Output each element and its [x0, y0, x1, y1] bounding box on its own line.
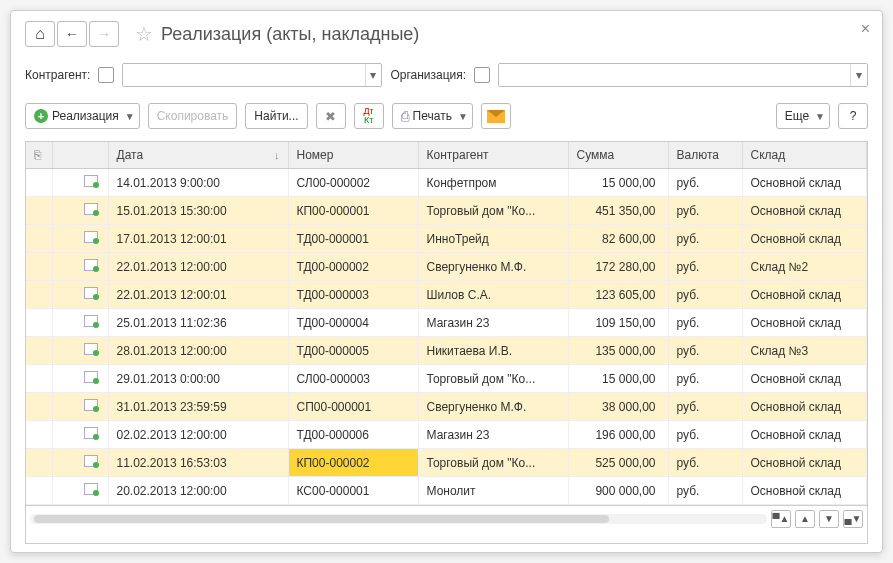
col-status[interactable] [52, 142, 108, 169]
cell-date: 29.01.2013 0:00:00 [108, 365, 288, 393]
cell-status [52, 309, 108, 337]
plus-icon: + [34, 109, 48, 123]
find-button[interactable]: Найти... [245, 103, 307, 129]
scroll-top-button[interactable]: ▀▲ [771, 510, 791, 528]
cell-number: ТД00-000005 [288, 337, 418, 365]
star-icon[interactable]: ☆ [135, 22, 153, 46]
horizontal-scrollbar[interactable] [30, 514, 767, 524]
contractor-input[interactable] [123, 64, 364, 86]
cell-contractor: Магазин 23 [418, 421, 568, 449]
cell-contractor: Магазин 23 [418, 309, 568, 337]
cell-warehouse: Основной склад [742, 281, 867, 309]
cell-number: КП00-000001 [288, 197, 418, 225]
cell-contractor: Шилов С.А. [418, 281, 568, 309]
table-row[interactable]: 20.02.2013 12:00:00 КС00-000001 Монолит … [26, 477, 867, 505]
cell-attach [26, 225, 52, 253]
table-row[interactable]: 02.02.2013 12:00:00 ТД00-000006 Магазин … [26, 421, 867, 449]
cell-date: 22.01.2013 12:00:01 [108, 281, 288, 309]
scrollbar-thumb[interactable] [34, 515, 609, 523]
cell-warehouse: Основной склад [742, 197, 867, 225]
cell-sum: 172 280,00 [568, 253, 668, 281]
mail-button[interactable] [481, 103, 511, 129]
home-button[interactable]: ⌂ [25, 21, 55, 47]
table-row[interactable]: 22.01.2013 12:00:00 ТД00-000002 Свергуне… [26, 253, 867, 281]
table-row[interactable]: 14.01.2013 9:00:00 СЛ00-000002 Конфетпро… [26, 169, 867, 197]
cell-sum: 15 000,00 [568, 365, 668, 393]
doc-icon [84, 399, 98, 411]
table-row[interactable]: 17.01.2013 12:00:01 ТД00-000001 ИнноТрей… [26, 225, 867, 253]
col-currency[interactable]: Валюта [668, 142, 742, 169]
col-sum[interactable]: Сумма [568, 142, 668, 169]
doc-icon [84, 259, 98, 271]
nav-buttons: ⌂ ← → [25, 21, 119, 47]
more-button[interactable]: Еще ▼ [776, 103, 830, 129]
close-icon[interactable]: × [861, 20, 870, 38]
col-number[interactable]: Номер [288, 142, 418, 169]
cell-status [52, 169, 108, 197]
org-checkbox[interactable] [474, 67, 490, 83]
cell-contractor: ИнноТрейд [418, 225, 568, 253]
cell-sum: 123 605,00 [568, 281, 668, 309]
cell-date: 22.01.2013 12:00:00 [108, 253, 288, 281]
cell-contractor: Свергуненко М.Ф. [418, 393, 568, 421]
scroll-up-button[interactable]: ▲ [795, 510, 815, 528]
cell-number: ТД00-000003 [288, 281, 418, 309]
cell-status [52, 449, 108, 477]
org-combo[interactable]: ▾ [498, 63, 868, 87]
contractor-checkbox[interactable] [98, 67, 114, 83]
table-row[interactable]: 28.01.2013 12:00:00 ТД00-000005 Никитаев… [26, 337, 867, 365]
cell-contractor: Свергуненко М.Ф. [418, 253, 568, 281]
scroll-bottom-button[interactable]: ▄▼ [843, 510, 863, 528]
doc-icon [84, 427, 98, 439]
paperclip-icon: ⎘ [34, 148, 41, 162]
cell-currency: руб. [668, 421, 742, 449]
table-row[interactable]: 29.01.2013 0:00:00 СЛ00-000003 Торговый … [26, 365, 867, 393]
back-button[interactable]: ← [57, 21, 87, 47]
col-warehouse[interactable]: Склад [742, 142, 867, 169]
cell-currency: руб. [668, 169, 742, 197]
help-label: ? [850, 109, 857, 123]
envelope-icon [487, 110, 505, 123]
cell-currency: руб. [668, 197, 742, 225]
table-row[interactable]: 31.01.2013 23:59:59 СП00-000001 Свергуне… [26, 393, 867, 421]
cell-warehouse: Основной склад [742, 393, 867, 421]
chevron-down-icon: ▼ [458, 111, 468, 122]
cell-warehouse: Основной склад [742, 421, 867, 449]
dtkt-button[interactable]: ДтКт [354, 103, 384, 129]
table-row[interactable]: 25.01.2013 11:02:36 ТД00-000004 Магазин … [26, 309, 867, 337]
table-row[interactable]: 11.02.2013 16:53:03 КП00-000002 Торговый… [26, 449, 867, 477]
chevron-down-icon: ▼ [815, 111, 825, 122]
print-button[interactable]: ⎙ Печать ▼ [392, 103, 473, 129]
cell-number: ТД00-000001 [288, 225, 418, 253]
table-row[interactable]: 22.01.2013 12:00:01 ТД00-000003 Шилов С.… [26, 281, 867, 309]
doc-icon [84, 315, 98, 327]
cell-currency: руб. [668, 449, 742, 477]
find-label: Найти... [254, 109, 298, 123]
cell-contractor: Никитаева И.В. [418, 337, 568, 365]
org-input[interactable] [499, 64, 850, 86]
copy-button[interactable]: Скопировать [148, 103, 238, 129]
cell-attach [26, 477, 52, 505]
scroll-down-button[interactable]: ▼ [819, 510, 839, 528]
page-title: Реализация (акты, накладные) [161, 24, 419, 45]
contractor-combo[interactable]: ▾ [122, 63, 382, 87]
org-label: Организация: [390, 68, 466, 82]
col-attach[interactable]: ⎘ [26, 142, 52, 169]
forward-button[interactable]: → [89, 21, 119, 47]
cell-number: СЛ00-000002 [288, 169, 418, 197]
chevron-down-icon[interactable]: ▾ [365, 64, 382, 86]
chevron-down-icon[interactable]: ▾ [850, 64, 867, 86]
table-row[interactable]: 15.01.2013 15:30:00 КП00-000001 Торговый… [26, 197, 867, 225]
cell-contractor: Торговый дом "Ко... [418, 197, 568, 225]
cell-currency: руб. [668, 225, 742, 253]
col-date[interactable]: Дата ↓ [108, 142, 288, 169]
help-button[interactable]: ? [838, 103, 868, 129]
clear-filter-button[interactable]: ✖ [316, 103, 346, 129]
cell-sum: 82 600,00 [568, 225, 668, 253]
col-contractor[interactable]: Контрагент [418, 142, 568, 169]
cell-contractor: Торговый дом "Ко... [418, 449, 568, 477]
cell-attach [26, 169, 52, 197]
cell-currency: руб. [668, 309, 742, 337]
add-button[interactable]: + Реализация ▼ [25, 103, 140, 129]
cell-date: 25.01.2013 11:02:36 [108, 309, 288, 337]
